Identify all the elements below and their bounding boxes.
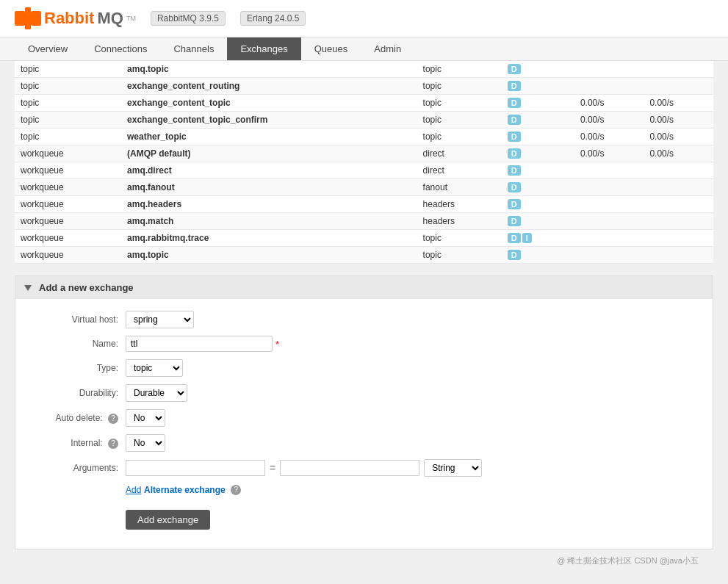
type-cell: direct bbox=[417, 162, 502, 179]
features-cell: D bbox=[502, 179, 574, 196]
type-row: Type: directfanoutheaderstopic bbox=[30, 359, 698, 377]
add-button-row: Add exchange bbox=[30, 502, 698, 530]
name-cell[interactable]: (AMQP default) bbox=[121, 145, 417, 162]
name-row: Name: * bbox=[30, 336, 698, 352]
exchanges-table: topicamq.topictopicDtopicexchange_conten… bbox=[15, 61, 713, 264]
name-cell[interactable]: amq.rabbitmq.trace bbox=[121, 230, 417, 247]
logo-mq: MQ bbox=[97, 9, 123, 28]
vhost-cell: topic bbox=[15, 95, 121, 112]
table-row[interactable]: workqueue(AMQP default)directD0.00/s0.00… bbox=[15, 145, 713, 162]
name-label: Name: bbox=[30, 339, 126, 349]
type-cell: headers bbox=[417, 213, 502, 230]
features-cell: D bbox=[502, 162, 574, 179]
name-cell[interactable]: amq.headers bbox=[121, 196, 417, 213]
add-exchange-button[interactable]: Add exchange bbox=[126, 510, 210, 530]
table-row[interactable]: topicexchange_content_routingtopicD bbox=[15, 78, 713, 95]
vhost-cell: topic bbox=[15, 129, 121, 145]
rate-out-cell bbox=[644, 179, 713, 196]
type-cell: direct bbox=[417, 145, 502, 162]
table-row[interactable]: workqueueamq.matchheadersD bbox=[15, 213, 713, 230]
rate-in-cell: 0.00/s bbox=[574, 129, 644, 145]
name-cell[interactable]: exchange_content_routing bbox=[121, 78, 417, 95]
internal-select[interactable]: NoYes bbox=[126, 434, 165, 452]
nav-channels[interactable]: Channels bbox=[160, 37, 227, 60]
watermark: @ 稀土掘金技术社区 CSDN @java小五 bbox=[15, 549, 713, 572]
add-argument-button[interactable]: Add bbox=[126, 485, 141, 495]
name-cell[interactable]: weather_topic bbox=[121, 129, 417, 145]
table-row[interactable]: workqueueamq.topictopicD bbox=[15, 247, 713, 264]
durability-select[interactable]: DurableTransient bbox=[126, 384, 187, 402]
internal-row: Internal: ? NoYes bbox=[30, 434, 698, 452]
arguments-label: Arguments: bbox=[30, 463, 126, 473]
table-row[interactable]: workqueueamq.headersheadersD bbox=[15, 196, 713, 213]
nav-overview[interactable]: Overview bbox=[15, 37, 81, 60]
logo: RabbitMQTM bbox=[15, 7, 136, 29]
name-cell[interactable]: amq.topic bbox=[121, 247, 417, 264]
arguments-type-select[interactable]: StringNumberBoolean bbox=[424, 459, 482, 477]
table-row[interactable]: topicamq.topictopicD bbox=[15, 61, 713, 78]
type-cell: topic bbox=[417, 129, 502, 145]
auto-delete-row: Auto delete: ? NoYes bbox=[30, 409, 698, 427]
nav-connections[interactable]: Connections bbox=[81, 37, 160, 60]
logo-tm: TM bbox=[126, 15, 136, 22]
name-cell[interactable]: amq.fanout bbox=[121, 179, 417, 196]
type-cell: topic bbox=[417, 95, 502, 112]
durability-label: Durability: bbox=[30, 388, 126, 398]
name-input[interactable] bbox=[126, 336, 273, 352]
durability-row: Durability: DurableTransient bbox=[30, 384, 698, 402]
rate-out-cell bbox=[644, 196, 713, 213]
add-exchange-header[interactable]: Add a new exchange bbox=[15, 276, 713, 299]
vhost-cell: workqueue bbox=[15, 162, 121, 179]
type-cell: topic bbox=[417, 230, 502, 247]
table-row[interactable]: topicexchange_content_topic_confirmtopic… bbox=[15, 112, 713, 129]
virtual-host-select[interactable]: spring/topicworkqueue bbox=[126, 311, 194, 328]
nav-admin[interactable]: Admin bbox=[361, 37, 414, 60]
features-cell: D bbox=[502, 213, 574, 230]
features-cell: D bbox=[502, 112, 574, 129]
features-cell: D bbox=[502, 129, 574, 145]
equals-sign: = bbox=[270, 462, 275, 474]
rate-out-cell bbox=[644, 247, 713, 264]
name-cell[interactable]: amq.direct bbox=[121, 162, 417, 179]
name-cell[interactable]: exchange_content_topic_confirm bbox=[121, 112, 417, 129]
rate-out-cell bbox=[644, 230, 713, 247]
vhost-cell: workqueue bbox=[15, 230, 121, 247]
nav-exchanges[interactable]: Exchanges bbox=[227, 37, 300, 60]
arguments-value-input[interactable] bbox=[280, 460, 419, 476]
rate-out-cell: 0.00/s bbox=[644, 145, 713, 162]
alternate-exchange-link[interactable]: Alternate exchange bbox=[144, 485, 226, 495]
auto-delete-label: Auto delete: ? bbox=[30, 413, 126, 424]
name-cell[interactable]: amq.match bbox=[121, 213, 417, 230]
table-row[interactable]: topicweather_topictopicD0.00/s0.00/s bbox=[15, 129, 713, 145]
type-cell: headers bbox=[417, 196, 502, 213]
rate-out-cell bbox=[644, 162, 713, 179]
rate-in-cell: 0.00/s bbox=[574, 145, 644, 162]
type-select[interactable]: directfanoutheaderstopic bbox=[126, 359, 183, 377]
name-cell[interactable]: amq.topic bbox=[121, 61, 417, 78]
rate-in-cell bbox=[574, 247, 644, 264]
internal-label: Internal: ? bbox=[30, 438, 126, 449]
arguments-key-input[interactable] bbox=[126, 460, 265, 476]
vhost-cell: topic bbox=[15, 61, 121, 78]
alternate-row: Add Alternate exchange ? bbox=[30, 484, 698, 495]
add-exchange-title: Add a new exchange bbox=[39, 282, 134, 293]
table-row[interactable]: workqueueamq.rabbitmq.tracetopicDI bbox=[15, 230, 713, 247]
table-row[interactable]: topicexchange_content_topictopicD0.00/s0… bbox=[15, 95, 713, 112]
nav-queues[interactable]: Queues bbox=[301, 37, 361, 60]
add-exchange-body: Virtual host: spring/topicworkqueue Name… bbox=[15, 299, 713, 549]
table-row[interactable]: workqueueamq.directdirectD bbox=[15, 162, 713, 179]
vhost-cell: workqueue bbox=[15, 179, 121, 196]
auto-delete-help[interactable]: ? bbox=[108, 414, 118, 424]
internal-help[interactable]: ? bbox=[108, 439, 118, 449]
alternate-exchange-help[interactable]: ? bbox=[231, 485, 241, 495]
type-cell: topic bbox=[417, 78, 502, 95]
logo-rabbit: Rabbit bbox=[44, 9, 94, 28]
features-cell: D bbox=[502, 61, 574, 78]
features-cell: D bbox=[502, 196, 574, 213]
auto-delete-select[interactable]: NoYes bbox=[126, 409, 165, 427]
type-cell: topic bbox=[417, 112, 502, 129]
table-row[interactable]: workqueueamq.fanoutfanoutD bbox=[15, 179, 713, 196]
header: RabbitMQTM RabbitMQ 3.9.5 Erlang 24.0.5 bbox=[0, 0, 728, 37]
name-cell[interactable]: exchange_content_topic bbox=[121, 95, 417, 112]
arguments-row: Arguments: = StringNumberBoolean bbox=[30, 459, 698, 477]
